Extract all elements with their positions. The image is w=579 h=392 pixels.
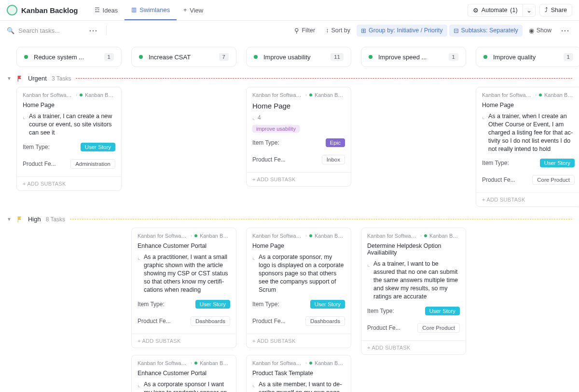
column-header[interactable]: Improve quality1 — [476, 47, 579, 67]
card-desc: ⌞As a site member, I want to de­scribe m… — [252, 380, 345, 392]
add-subtask-button[interactable]: + ADD SUBTASK — [247, 334, 351, 348]
field-product-feature: Product Fe...Dashboards — [252, 314, 345, 328]
breadcrumb: Kanban for Software Devel...›Kanban Ba..… — [482, 92, 575, 98]
task-card[interactable]: Kanban for Software Devel...›Kanban Ba..… — [131, 228, 236, 348]
status-dot-icon — [369, 55, 372, 59]
card-title: Home Page — [252, 102, 345, 110]
status-dot-icon — [309, 234, 312, 237]
card-desc: ⌞As a corporate sponsor, my logo is disp… — [252, 253, 345, 294]
field-item-type: Item Type:User Story — [23, 141, 115, 153]
badge-admin: Administration — [70, 159, 115, 169]
column-header[interactable]: Increase CSAT7 — [131, 47, 236, 67]
task-card[interactable]: Kanban for Software Devel...›Kanban Ba..… — [476, 87, 579, 207]
automate-dropdown[interactable]: ⌄ — [523, 4, 536, 17]
add-subtask-button[interactable]: + ADD SUBTASK — [132, 334, 236, 348]
task-card[interactable]: Kanban for Software Devel...›Kanban Ba..… — [131, 355, 236, 392]
chevron-right-icon: › — [305, 233, 307, 238]
status-dot-icon — [24, 55, 28, 59]
status-dot-icon — [309, 362, 312, 365]
tab-label: Swimlanes — [139, 6, 170, 14]
card-title: Home Page — [482, 102, 575, 108]
column-count: 7 — [219, 53, 229, 61]
task-card[interactable]: Kanban for Software Devel...›Kanban Ba..… — [246, 87, 351, 187]
badge-core: Core Product — [417, 323, 460, 333]
automate-button[interactable]: ⚙ Automate (1) — [468, 4, 523, 17]
status-dot-icon — [424, 234, 427, 237]
sort-button[interactable]: ↕Sort by — [321, 25, 355, 36]
card-desc: ⌞As a trainer, I want to be assured that… — [367, 260, 460, 300]
column-title: Improve usability — [263, 54, 325, 61]
tab-label: Ideas — [103, 7, 118, 14]
column-title: Improve quality — [493, 54, 558, 61]
share-icon: ⤴ — [545, 7, 548, 14]
column-header[interactable]: Improve speed ...1 — [361, 47, 466, 67]
card-desc: ⌞As a corporate sponsor I want my logo t… — [138, 380, 230, 392]
task-card[interactable]: Kanban for Software Devel...›Kanban Ba..… — [16, 87, 122, 191]
breadcrumb: Kanban for Software Devel...›Kanban Ba..… — [252, 233, 345, 239]
breadcrumb: Kanban for Software Devel...›Kanban Ba..… — [252, 360, 345, 366]
field-product-feature: Product Fe...Administration — [23, 157, 115, 171]
card-desc: ⌞As a trainer, I can create a new course… — [23, 112, 115, 137]
add-subtask-button[interactable]: + ADD SUBTASK — [361, 340, 466, 354]
column-count: 1 — [449, 53, 458, 61]
collapse-icon[interactable]: ▼ — [7, 216, 12, 222]
lane-name: High — [28, 216, 41, 223]
subtask-icon: ⌞ — [252, 381, 255, 392]
column-title: Reduce system ... — [34, 54, 98, 61]
page-title: Kanban Backlog — [21, 6, 78, 14]
tab-new-view[interactable]: + View — [177, 0, 210, 20]
subtask-icon: ⌞ — [138, 381, 140, 392]
badge-dash: Dashboards — [305, 316, 345, 326]
column-header[interactable]: Reduce system ...1 — [16, 47, 122, 67]
column-header[interactable]: Improve usability11 — [246, 47, 351, 67]
toolbar-more[interactable]: ⋯ — [558, 25, 572, 36]
card-desc: ⌞As a trainer, when I create an Other Co… — [482, 112, 575, 153]
badge-user-story: User Story — [81, 143, 115, 151]
column-title: Improve speed ... — [378, 54, 443, 61]
field-item-type: Item Type:User Story — [138, 298, 230, 311]
card-desc: ⌞As a practitioner, I want a small graph… — [138, 253, 230, 294]
tab-swimlanes[interactable]: ▥ Swimlanes — [124, 0, 177, 20]
subtask-icon: ⌞ — [252, 114, 255, 121]
show-button[interactable]: ◉Show — [524, 25, 556, 37]
board: Reduce system ...1 Increase CSAT7 Improv… — [0, 40, 579, 392]
automate-label: Automate — [482, 7, 508, 14]
divider — [106, 26, 107, 35]
show-label: Show — [537, 27, 551, 34]
status-dot-icon — [80, 94, 83, 96]
search-more[interactable]: ⋯ — [86, 25, 100, 36]
lane-cards: Kanban for Software Devel...›Kanban Ba..… — [7, 228, 572, 392]
card-title: Product Task Template — [252, 370, 345, 377]
status-dot-icon — [194, 362, 197, 365]
collapse-icon[interactable]: ▼ — [7, 76, 12, 81]
toolbar: 🔍 ⋯ ⚲Filter ↕Sort by ⊞Group by: Initiati… — [0, 21, 579, 40]
list-icon: ☲ — [95, 7, 100, 14]
tab-ideas[interactable]: ☲ Ideas — [88, 0, 125, 20]
filter-button[interactable]: ⚲Filter — [290, 25, 319, 37]
task-card[interactable]: Kanban for Software Devel...›Kanban Ba..… — [361, 228, 466, 354]
swimlane-icon: ▥ — [131, 6, 137, 13]
lane-header: ▼ Urgent 3 Tasks — [7, 75, 572, 82]
lane-name: Urgent — [28, 75, 47, 82]
group-label: Group by: Initiative / Priority — [369, 27, 443, 34]
group-button[interactable]: ⊞Group by: Initiative / Priority — [357, 25, 447, 37]
add-subtask-button[interactable]: + ADD SUBTASK — [17, 176, 121, 190]
card-title: Enhance Customer Portal — [138, 370, 230, 377]
breadcrumb: Kanban for Software Devel...›Kanban Ba..… — [252, 92, 345, 98]
tab-label: View — [190, 7, 203, 14]
task-card[interactable]: Kanban for Software Devel...›Kanban Ba..… — [246, 355, 351, 392]
status-dot-icon — [254, 55, 258, 59]
badge-user-story: User Story — [310, 300, 345, 309]
badge-core: Core Product — [532, 175, 575, 185]
field-product-feature: Product Fe...Core Product — [367, 321, 460, 335]
task-card[interactable]: Kanban for Software Devel...›Kanban Ba..… — [246, 228, 351, 348]
share-button[interactable]: ⤴ Share — [539, 4, 572, 16]
add-subtask-button[interactable]: + ADD SUBTASK — [247, 172, 351, 186]
add-subtask-button[interactable]: + ADD SUBTASK — [476, 192, 579, 206]
app-logo — [7, 5, 17, 15]
chevron-right-icon: › — [191, 361, 192, 365]
search-input[interactable] — [18, 27, 76, 34]
robot-icon: ⚙ — [473, 7, 479, 14]
field-item-type: Item Type:User Story — [367, 305, 460, 317]
subtasks-button[interactable]: ⊟Subtasks: Separately — [449, 25, 523, 37]
